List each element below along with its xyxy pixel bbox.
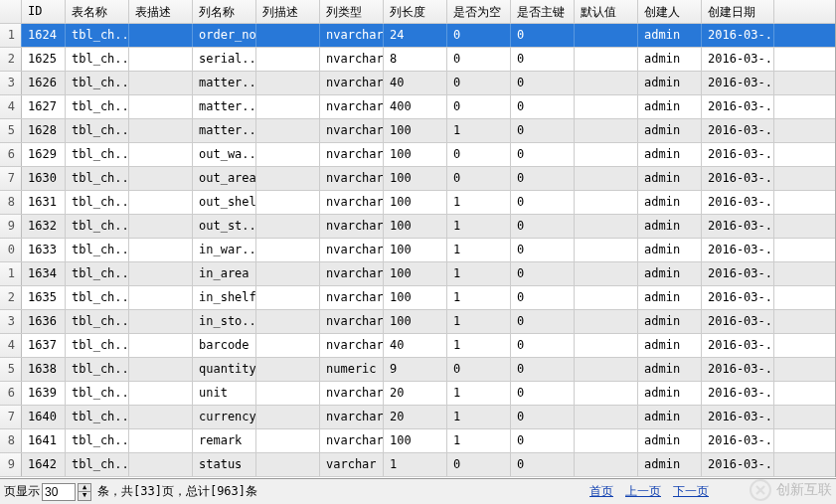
rownum-cell: 6 [0,143,22,166]
default-cell [575,143,638,166]
id-cell: 1635 [22,286,66,309]
default-cell [575,167,638,190]
header-default[interactable]: 默认值 [575,0,638,23]
nav-first-link[interactable]: 首页 [585,483,617,500]
table-name-cell: tbl_ch... [66,286,129,309]
svg-point-0 [751,480,770,500]
table-desc-cell [129,167,193,190]
nullable-cell: 1 [447,334,511,357]
table-row[interactable]: 91632tbl_ch...out_st...nvarchar10010admi… [0,215,835,239]
table-row[interactable]: 31636tbl_ch...in_sto...nvarchar10010admi… [0,310,835,334]
table-name-cell: tbl_ch... [66,453,129,476]
table-row[interactable]: 71630tbl_ch...out_areanvarchar10000admin… [0,167,835,191]
col-desc-cell [256,24,320,47]
nav-next-link[interactable]: 下一页 [669,483,713,500]
table-row[interactable]: 11624tbl_ch...order_nonvarchar2400admin2… [0,24,835,48]
id-cell: 1631 [22,191,66,214]
header-pk[interactable]: 是否主键 [511,0,575,23]
table-row[interactable]: 81631tbl_ch...out_shelfnvarchar10010admi… [0,191,835,215]
header-col-type[interactable]: 列类型 [320,0,384,23]
nullable-cell: 1 [447,215,511,238]
nullable-cell: 0 [447,143,511,166]
col-len-cell: 9 [384,358,447,381]
cdate-cell: 2016-03-... [702,143,774,166]
per-page-input[interactable] [42,483,76,501]
default-cell [575,358,638,381]
col-desc-cell [256,191,320,214]
table-row[interactable]: 61629tbl_ch...out_wa...nvarchar10000admi… [0,143,835,167]
col-len-cell: 100 [384,119,447,142]
col-name-cell: in_war... [193,239,256,261]
col-name-cell: in_shelf [193,286,256,309]
col-len-cell: 100 [384,429,447,452]
nav-prev-link[interactable]: 上一页 [621,483,665,500]
header-table-name[interactable]: 表名称 [66,0,129,23]
header-creator[interactable]: 创建人 [638,0,702,23]
spinner-down-icon[interactable]: ▼ [78,492,91,501]
default-cell [575,215,638,238]
header-cdate[interactable]: 创建日期 [702,0,774,23]
col-desc-cell [256,262,320,285]
table-row[interactable]: 51628tbl_ch...matter...nvarchar10010admi… [0,119,835,143]
table-row[interactable]: 81641tbl_ch...remarknvarchar10010admin20… [0,429,835,453]
col-name-cell: order_no [193,24,256,47]
col-len-cell: 100 [384,167,447,190]
table-row[interactable]: 21625tbl_ch...serial...nvarchar800admin2… [0,48,835,72]
table-row[interactable]: 61639tbl_ch...unitnvarchar2010admin2016-… [0,382,835,406]
table-desc-cell [129,262,193,285]
id-cell: 1637 [22,334,66,357]
table-row[interactable]: 71640tbl_ch...currencynvarchar2010admin2… [0,406,835,429]
table-row[interactable]: 91642tbl_ch...statusvarchar100admin2016-… [0,453,835,477]
table-desc-cell [129,239,193,261]
col-type-cell: nvarchar [320,95,384,118]
header-id[interactable]: ID [22,0,66,23]
table-desc-cell [129,429,193,452]
table-desc-cell [129,191,193,214]
nullable-cell: 0 [447,167,511,190]
col-type-cell: varchar [320,453,384,476]
default-cell [575,239,638,261]
col-name-cell: matter... [193,72,256,94]
cdate-cell: 2016-03-... [702,453,774,476]
pk-cell: 0 [511,239,575,261]
creator-cell: admin [638,191,702,214]
col-len-cell: 8 [384,48,447,71]
table-row[interactable]: 41627tbl_ch...matter...nvarchar40000admi… [0,95,835,119]
col-desc-cell [256,382,320,405]
table-desc-cell [129,382,193,405]
creator-cell: admin [638,95,702,118]
col-type-cell: nvarchar [320,48,384,71]
rownum-cell: 5 [0,119,22,142]
default-cell [575,406,638,428]
col-desc-cell [256,358,320,381]
col-name-cell: currency [193,406,256,428]
pager-summary: 条，共[33]页，总计[963]条 [97,483,257,500]
table-row[interactable]: 11634tbl_ch...in_areanvarchar10010admin2… [0,262,835,286]
table-row[interactable]: 21635tbl_ch...in_shelfnvarchar10010admin… [0,286,835,310]
header-col-name[interactable]: 列名称 [193,0,256,23]
table-row[interactable]: 01633tbl_ch...in_war...nvarchar10010admi… [0,239,835,262]
col-type-cell: nvarchar [320,429,384,452]
col-name-cell: status [193,453,256,476]
header-nullable[interactable]: 是否为空 [447,0,511,23]
table-desc-cell [129,24,193,47]
table-name-cell: tbl_ch... [66,382,129,405]
cdate-cell: 2016-03-... [702,334,774,357]
creator-cell: admin [638,310,702,333]
cdate-cell: 2016-03-... [702,239,774,261]
col-len-cell: 40 [384,334,447,357]
col-name-cell: quantity [193,358,256,381]
pk-cell: 0 [511,167,575,190]
creator-cell: admin [638,382,702,405]
default-cell [575,429,638,452]
data-grid[interactable]: ID 表名称 表描述 列名称 列描述 列类型 列长度 是否为空 是否主键 默认值… [0,0,836,477]
header-rownum[interactable] [0,0,22,23]
table-row[interactable]: 51638tbl_ch...quantitynumeric900admin201… [0,358,835,382]
table-row[interactable]: 41637tbl_ch...barcodenvarchar4010admin20… [0,334,835,358]
header-col-len[interactable]: 列长度 [384,0,447,23]
col-len-cell: 400 [384,95,447,118]
table-row[interactable]: 31626tbl_ch...matter...nvarchar4000admin… [0,72,835,95]
header-table-desc[interactable]: 表描述 [129,0,193,23]
header-col-desc[interactable]: 列描述 [256,0,320,23]
default-cell [575,310,638,333]
